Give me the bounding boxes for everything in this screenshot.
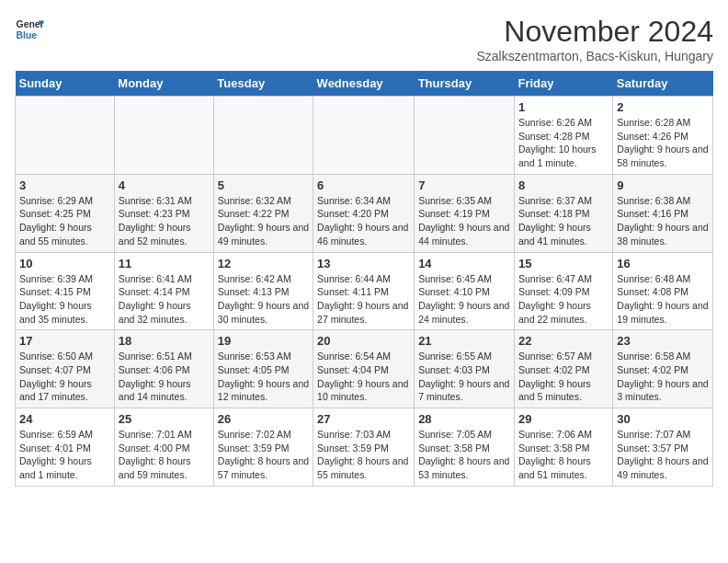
- calendar-table: SundayMondayTuesdayWednesdayThursdayFrid…: [15, 71, 713, 487]
- day-info: Sunrise: 7:06 AM Sunset: 3:58 PM Dayligh…: [518, 428, 609, 482]
- day-info: Sunrise: 6:58 AM Sunset: 4:02 PM Dayligh…: [617, 350, 709, 404]
- calendar-cell: 29Sunrise: 7:06 AM Sunset: 3:58 PM Dayli…: [514, 408, 612, 487]
- day-number: 24: [19, 412, 110, 426]
- calendar-cell: 20Sunrise: 6:54 AM Sunset: 4:04 PM Dayli…: [313, 330, 415, 408]
- calendar-cell: 11Sunrise: 6:41 AM Sunset: 4:14 PM Dayli…: [114, 252, 213, 330]
- day-number: 16: [617, 257, 709, 270]
- day-number: 22: [518, 334, 609, 348]
- calendar-week-4: 17Sunrise: 6:50 AM Sunset: 4:07 PM Dayli…: [16, 330, 713, 408]
- calendar-cell: [213, 97, 313, 175]
- weekday-header-monday: Monday: [114, 71, 213, 97]
- day-info: Sunrise: 7:01 AM Sunset: 4:00 PM Dayligh…: [119, 428, 210, 482]
- day-info: Sunrise: 6:41 AM Sunset: 4:14 PM Dayligh…: [119, 272, 210, 327]
- day-info: Sunrise: 6:29 AM Sunset: 4:25 PM Dayligh…: [19, 194, 110, 248]
- day-info: Sunrise: 6:34 AM Sunset: 4:20 PM Dayligh…: [317, 194, 410, 248]
- calendar-cell: 3Sunrise: 6:29 AM Sunset: 4:25 PM Daylig…: [16, 174, 115, 252]
- calendar-cell: 26Sunrise: 7:02 AM Sunset: 3:59 PM Dayli…: [213, 408, 313, 487]
- calendar-cell: 13Sunrise: 6:44 AM Sunset: 4:11 PM Dayli…: [313, 252, 415, 330]
- calendar-cell: [16, 97, 115, 175]
- weekday-header-sunday: Sunday: [16, 71, 115, 97]
- calendar-cell: 14Sunrise: 6:45 AM Sunset: 4:10 PM Dayli…: [415, 252, 515, 330]
- calendar-cell: 4Sunrise: 6:31 AM Sunset: 4:23 PM Daylig…: [114, 174, 213, 252]
- day-number: 5: [218, 178, 309, 192]
- logo: General Blue: [15, 15, 44, 44]
- calendar-cell: 30Sunrise: 7:07 AM Sunset: 3:57 PM Dayli…: [613, 408, 713, 487]
- day-number: 11: [119, 257, 210, 270]
- day-info: Sunrise: 6:59 AM Sunset: 4:01 PM Dayligh…: [19, 428, 110, 482]
- logo-icon: General Blue: [15, 15, 44, 44]
- calendar-cell: [114, 97, 213, 175]
- day-number: 28: [418, 412, 510, 426]
- day-info: Sunrise: 6:44 AM Sunset: 4:11 PM Dayligh…: [317, 272, 410, 327]
- day-info: Sunrise: 6:54 AM Sunset: 4:04 PM Dayligh…: [317, 350, 410, 404]
- day-number: 18: [119, 334, 210, 348]
- weekday-header-tuesday: Tuesday: [213, 71, 313, 97]
- weekday-header-saturday: Saturday: [613, 71, 713, 97]
- calendar-cell: 28Sunrise: 7:05 AM Sunset: 3:58 PM Dayli…: [415, 408, 515, 487]
- day-info: Sunrise: 7:03 AM Sunset: 3:59 PM Dayligh…: [317, 428, 410, 482]
- day-info: Sunrise: 6:39 AM Sunset: 4:15 PM Dayligh…: [19, 272, 110, 327]
- day-number: 17: [19, 334, 110, 348]
- day-number: 12: [218, 257, 309, 270]
- calendar-cell: 21Sunrise: 6:55 AM Sunset: 4:03 PM Dayli…: [415, 330, 515, 408]
- day-info: Sunrise: 6:42 AM Sunset: 4:13 PM Dayligh…: [218, 272, 309, 327]
- weekday-header-friday: Friday: [514, 71, 612, 97]
- calendar-cell: 27Sunrise: 7:03 AM Sunset: 3:59 PM Dayli…: [313, 408, 415, 487]
- location-subtitle: Szalkszentmarton, Bacs-Kiskun, Hungary: [476, 49, 713, 63]
- calendar-cell: 23Sunrise: 6:58 AM Sunset: 4:02 PM Dayli…: [613, 330, 713, 408]
- day-number: 1: [518, 100, 609, 114]
- calendar-cell: 12Sunrise: 6:42 AM Sunset: 4:13 PM Dayli…: [213, 252, 313, 330]
- calendar-week-5: 24Sunrise: 6:59 AM Sunset: 4:01 PM Dayli…: [16, 408, 713, 487]
- day-number: 4: [119, 178, 210, 192]
- day-number: 19: [218, 334, 309, 348]
- day-number: 27: [317, 412, 410, 426]
- calendar-cell: 2Sunrise: 6:28 AM Sunset: 4:26 PM Daylig…: [613, 97, 713, 175]
- day-info: Sunrise: 6:57 AM Sunset: 4:02 PM Dayligh…: [518, 350, 609, 404]
- day-info: Sunrise: 6:45 AM Sunset: 4:10 PM Dayligh…: [418, 272, 510, 327]
- day-info: Sunrise: 6:53 AM Sunset: 4:05 PM Dayligh…: [218, 350, 309, 404]
- calendar-cell: 18Sunrise: 6:51 AM Sunset: 4:06 PM Dayli…: [114, 330, 213, 408]
- day-info: Sunrise: 6:37 AM Sunset: 4:18 PM Dayligh…: [518, 194, 609, 248]
- calendar-cell: 8Sunrise: 6:37 AM Sunset: 4:18 PM Daylig…: [514, 174, 612, 252]
- calendar-cell: 10Sunrise: 6:39 AM Sunset: 4:15 PM Dayli…: [16, 252, 115, 330]
- calendar-cell: 17Sunrise: 6:50 AM Sunset: 4:07 PM Dayli…: [16, 330, 115, 408]
- calendar-cell: 16Sunrise: 6:48 AM Sunset: 4:08 PM Dayli…: [613, 252, 713, 330]
- day-number: 10: [19, 257, 110, 270]
- day-number: 30: [617, 412, 709, 426]
- day-info: Sunrise: 6:50 AM Sunset: 4:07 PM Dayligh…: [19, 350, 110, 404]
- weekday-header-wednesday: Wednesday: [313, 71, 415, 97]
- day-info: Sunrise: 7:02 AM Sunset: 3:59 PM Dayligh…: [218, 428, 309, 482]
- day-number: 8: [518, 178, 609, 192]
- day-info: Sunrise: 6:55 AM Sunset: 4:03 PM Dayligh…: [418, 350, 510, 404]
- title-block: November 2024 Szalkszentmarton, Bacs-Kis…: [476, 15, 713, 63]
- day-info: Sunrise: 6:35 AM Sunset: 4:19 PM Dayligh…: [418, 194, 510, 248]
- svg-text:Blue: Blue: [17, 30, 38, 40]
- day-number: 14: [418, 257, 510, 270]
- day-number: 25: [119, 412, 210, 426]
- calendar-cell: [313, 97, 415, 175]
- calendar-cell: 1Sunrise: 6:26 AM Sunset: 4:28 PM Daylig…: [514, 97, 612, 175]
- calendar-cell: 19Sunrise: 6:53 AM Sunset: 4:05 PM Dayli…: [213, 330, 313, 408]
- page-header: General Blue November 2024 Szalkszentmar…: [15, 15, 713, 63]
- calendar-week-3: 10Sunrise: 6:39 AM Sunset: 4:15 PM Dayli…: [16, 252, 713, 330]
- day-info: Sunrise: 6:47 AM Sunset: 4:09 PM Dayligh…: [518, 272, 609, 327]
- day-info: Sunrise: 7:07 AM Sunset: 3:57 PM Dayligh…: [617, 428, 709, 482]
- calendar-cell: [415, 97, 515, 175]
- calendar-week-1: 1Sunrise: 6:26 AM Sunset: 4:28 PM Daylig…: [16, 97, 713, 175]
- calendar-cell: 22Sunrise: 6:57 AM Sunset: 4:02 PM Dayli…: [514, 330, 612, 408]
- day-info: Sunrise: 6:38 AM Sunset: 4:16 PM Dayligh…: [617, 194, 709, 248]
- day-number: 21: [418, 334, 510, 348]
- day-number: 26: [218, 412, 309, 426]
- weekday-header-row: SundayMondayTuesdayWednesdayThursdayFrid…: [16, 71, 713, 97]
- day-info: Sunrise: 6:51 AM Sunset: 4:06 PM Dayligh…: [119, 350, 210, 404]
- day-number: 15: [518, 257, 609, 270]
- day-number: 13: [317, 257, 410, 270]
- day-info: Sunrise: 6:26 AM Sunset: 4:28 PM Dayligh…: [518, 116, 609, 170]
- month-title: November 2024: [476, 15, 713, 49]
- day-info: Sunrise: 6:32 AM Sunset: 4:22 PM Dayligh…: [218, 194, 309, 248]
- calendar-cell: 6Sunrise: 6:34 AM Sunset: 4:20 PM Daylig…: [313, 174, 415, 252]
- day-info: Sunrise: 6:31 AM Sunset: 4:23 PM Dayligh…: [119, 194, 210, 248]
- calendar-cell: 9Sunrise: 6:38 AM Sunset: 4:16 PM Daylig…: [613, 174, 713, 252]
- day-number: 3: [19, 178, 110, 192]
- calendar-cell: 7Sunrise: 6:35 AM Sunset: 4:19 PM Daylig…: [415, 174, 515, 252]
